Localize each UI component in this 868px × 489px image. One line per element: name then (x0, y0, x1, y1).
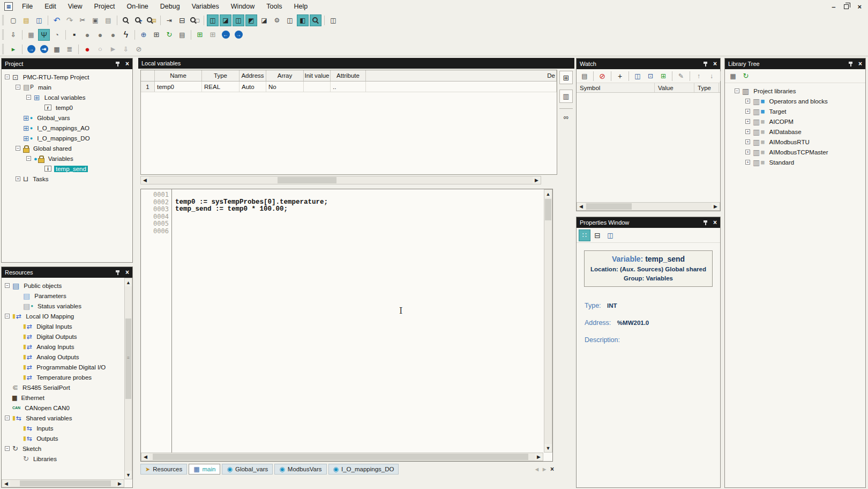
close-button[interactable]: × (857, 3, 862, 11)
column-header-rownum[interactable] (141, 70, 155, 81)
save-project-button[interactable]: ◫ (33, 14, 45, 26)
compile-all-button[interactable]: ● (107, 29, 119, 41)
expander-icon[interactable]: + (745, 150, 750, 154)
resources-tree-item-rs485-serialport[interactable]: ⋐RS485 SerialPort (2, 382, 124, 392)
scroll-up-icon[interactable]: ▲ (544, 190, 552, 198)
project-tree-item-temp0[interactable]: rtemp0 (2, 102, 132, 113)
expander-icon[interactable]: − (5, 416, 10, 420)
project-tree-item-main[interactable]: −▤Pmain (2, 82, 132, 92)
library-refresh-button[interactable]: ↻ (740, 70, 752, 82)
menu-debug[interactable]: Debug (154, 0, 186, 13)
library-tree-item-aimodbusrtu[interactable]: +▥◼AIModbusRTU (731, 137, 865, 147)
view-project-window-button[interactable]: ◫ (207, 14, 219, 26)
table-horizontal-scrollbar[interactable]: ◀ ▶ (140, 176, 541, 184)
cell[interactable]: Auto (240, 82, 266, 92)
project-tree-item-variables[interactable]: −●Variables (2, 153, 132, 164)
scroll-left-icon[interactable]: ◀ (577, 203, 585, 210)
pin-icon[interactable] (703, 61, 708, 67)
print-preview-button[interactable]: ▢ (189, 14, 201, 26)
project-tree-item-global-vars[interactable]: ⊞●Global_vars (2, 113, 132, 123)
close-icon[interactable]: × (125, 269, 129, 276)
code-text[interactable]: temp0 := sysTempProbes[0].temperature;te… (173, 189, 543, 453)
resources-tree-item-canopen-can0[interactable]: CANCANopen CAN0 (2, 403, 124, 413)
play-button[interactable]: ▶ (107, 43, 119, 55)
library-operate-button[interactable]: ▦ (727, 70, 739, 82)
variable-row[interactable]: 1temp0REALAutoNo.. (141, 82, 557, 92)
undo-button[interactable]: ↶ (51, 14, 63, 26)
expander-icon[interactable]: + (745, 139, 750, 144)
resources-tree-item-outputs[interactable]: ▮⇆Outputs (2, 433, 124, 443)
properties-panel-titlebar[interactable]: Properties Window × (577, 217, 720, 228)
editor-vertical-scrollbar[interactable]: ▲ ▼ (544, 189, 552, 453)
scroll-left-icon[interactable]: ◀ (2, 480, 10, 487)
stop-compile-button[interactable]: ■ (69, 29, 80, 41)
expander-icon[interactable]: − (5, 75, 10, 79)
simulation-button[interactable]: ▸ (8, 43, 19, 55)
menu-variables[interactable]: Variables (186, 0, 225, 13)
watch-move-down-button[interactable]: ↓ (706, 70, 717, 82)
view-properties-window-button[interactable]: ◧ (297, 14, 309, 26)
pin-icon[interactable] (115, 270, 121, 276)
cell[interactable] (366, 82, 557, 92)
menu-edit[interactable]: Edit (39, 0, 62, 13)
resources-tree-item-inputs[interactable]: ▮⇆Inputs (2, 423, 124, 433)
recompile-button[interactable]: ● (94, 29, 106, 41)
column-header-array[interactable]: Array (266, 70, 304, 81)
connect-device-button[interactable]: ⇩ (8, 29, 19, 41)
minimize-button[interactable]: – (832, 3, 835, 11)
watch-open-button[interactable]: ⊡ (645, 70, 656, 82)
resources-panel-titlebar[interactable]: Resources × (2, 267, 132, 278)
resources-tree-item-analog-outputs[interactable]: ▮⇄Analog Outputs (2, 352, 124, 362)
resources-tree-item-status-variables[interactable]: ▤●Status variables (2, 301, 124, 311)
library-tree-item-standard[interactable]: +▥◼Standard (731, 157, 865, 167)
watch-column-type[interactable]: Type (694, 83, 719, 92)
edit-table-button[interactable]: ▤ (176, 29, 188, 41)
watch-move-up-button[interactable]: ↑ (693, 70, 705, 82)
tab-main[interactable]: ▦main (189, 464, 220, 475)
properties-mode-button[interactable]: ∷ (579, 229, 590, 241)
connect-button[interactable]: → (25, 43, 37, 55)
menu-help[interactable]: Help (288, 0, 313, 13)
library-panel-titlebar[interactable]: Library Tree × (725, 58, 865, 69)
local-variables-table[interactable]: NameTypeAddressArrayInit valueAttributeD… (140, 70, 557, 175)
column-header-type[interactable]: Type (202, 70, 240, 81)
menu-project[interactable]: Project (88, 0, 121, 13)
view-pou-browser-button[interactable] (310, 14, 321, 26)
navigate-back-button[interactable]: ← (220, 29, 231, 41)
close-icon[interactable]: × (713, 219, 717, 226)
plug-connection-button[interactable]: Ψ (38, 29, 50, 41)
project-tree-item-global-shared[interactable]: −Global shared (2, 143, 132, 153)
live-debug-button[interactable]: ↻ (163, 29, 175, 41)
cell[interactable]: REAL (202, 82, 240, 92)
st-code-editor[interactable]: 000100020003000400050006 temp0 := sysTem… (140, 189, 553, 462)
scroll-up-icon[interactable]: ▲ (125, 278, 132, 286)
scroll-right-icon[interactable]: ▶ (535, 453, 543, 461)
view-oscilloscope-button[interactable]: ◪ (258, 14, 270, 26)
compile-button[interactable]: ● (81, 29, 93, 41)
expander-icon[interactable]: − (16, 146, 20, 151)
memory-view-button[interactable]: ▦ (51, 43, 63, 55)
properties-print-button[interactable]: ⊟ (592, 229, 603, 241)
expander-icon[interactable]: − (5, 283, 10, 288)
project-tree-item-i-o-mappings-ao[interactable]: ⊞●I_O_mappings_AO (2, 123, 132, 133)
project-tree-item-tasks[interactable]: +⊔Tasks (2, 174, 132, 184)
delete-record-button[interactable]: ⊞ (207, 29, 219, 41)
library-tree-item-target[interactable]: +▥◼Target (731, 106, 865, 116)
expander-icon[interactable]: + (16, 176, 20, 181)
resources-tree-item-libraries[interactable]: ↻Libraries (2, 454, 124, 464)
column-header-init-value[interactable]: Init value (304, 70, 331, 81)
project-tree-item-local-variables[interactable]: −⊞Local variables (2, 92, 132, 102)
toolbar-grip[interactable] (2, 29, 4, 40)
close-icon[interactable]: × (858, 61, 862, 67)
resources-tree-item-digital-inputs[interactable]: ▮⇄Digital Inputs (2, 321, 124, 331)
redo-button[interactable]: ↷ (64, 14, 76, 26)
toolbar-grip[interactable] (2, 44, 4, 54)
watch-panel-titlebar[interactable]: Watch × (577, 58, 720, 69)
expander-icon[interactable]: + (745, 160, 750, 165)
print-button[interactable]: ⊟ (176, 14, 188, 26)
resources-tree-item-public-objects[interactable]: −▤Public objects (2, 280, 124, 291)
library-tree-item-operators-and-blocks[interactable]: +▥◼Operators and blocks (731, 96, 865, 106)
resources-tree-item-programmable-digital-i-o[interactable]: ▮⇄Programmable Digital I/O (2, 362, 124, 372)
tab-modbusvars[interactable]: ◉ModbusVars (274, 464, 326, 475)
online-values-button[interactable]: ⊕ (138, 29, 149, 41)
